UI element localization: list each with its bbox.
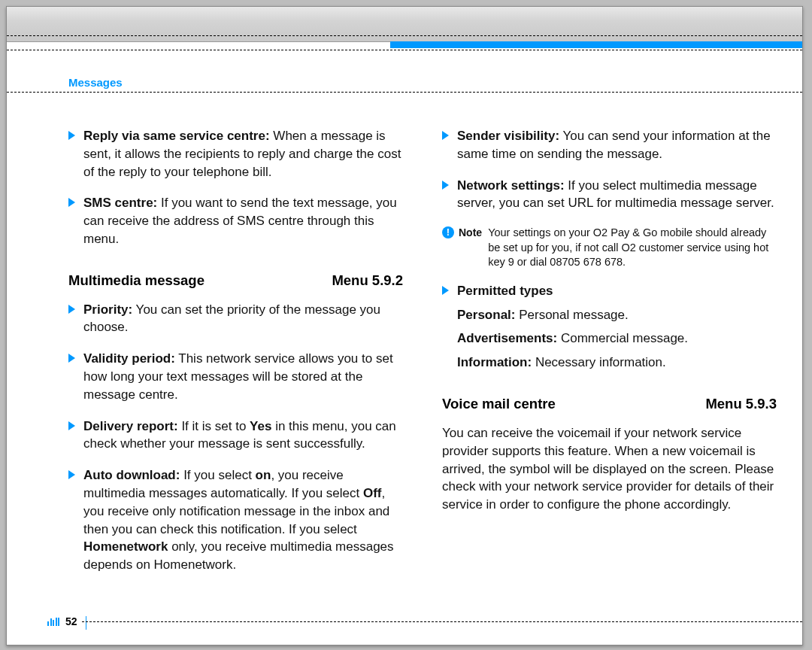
running-head: Messages — [68, 76, 123, 89]
bullet-title: Delivery report: — [83, 419, 178, 433]
left-column: Reply via same service centre: When a me… — [68, 127, 403, 600]
bullet-delivery-report: Delivery report: If it is set to Yes in … — [68, 418, 403, 454]
section-menu-ref: Menu 5.9.3 — [705, 394, 777, 414]
page-number-bars-icon — [47, 618, 59, 626]
bullet-title: Validity period: — [83, 351, 175, 366]
bullet-title: Permitted types — [457, 284, 553, 298]
top-gradient-bar — [7, 7, 802, 42]
bullet-reply-service-centre: Reply via same service centre: When a me… — [68, 127, 403, 181]
section-title: Multimedia message — [68, 271, 205, 290]
permitted-advertisements: Advertisements: Commercial message. — [442, 330, 777, 348]
dashed-divider-under-head — [7, 92, 802, 93]
dashed-divider-under-bar — [7, 50, 802, 50]
page-number-tick — [86, 616, 86, 630]
voicemail-paragraph: You can receive the voicemail if your ne… — [442, 424, 777, 514]
bullet-title: Network settings: — [457, 178, 565, 193]
manual-page: Messages Reply via same service centre: … — [6, 6, 803, 645]
bullet-title: Priority: — [83, 302, 132, 317]
bullet-title: Auto download: — [83, 468, 180, 482]
bullet-sender-visibility: Sender visibility: You can send your inf… — [442, 127, 777, 163]
dashed-divider-top — [7, 35, 802, 36]
section-multimedia-message: Multimedia message Menu 5.9.2 — [68, 271, 403, 290]
bullet-validity-period: Validity period: This network service al… — [68, 350, 403, 403]
note-block: ! Note Your settings on your O2 Pay & Go… — [442, 226, 777, 270]
section-voice-mail-centre: Voice mail centre Menu 5.9.3 — [442, 394, 777, 414]
section-menu-ref: Menu 5.9.2 — [332, 271, 403, 290]
bullet-sms-centre: SMS centre: If you want to send the text… — [68, 194, 403, 248]
content-columns: Reply via same service centre: When a me… — [68, 127, 777, 600]
section-title: Voice mail centre — [442, 394, 556, 414]
info-icon: ! — [442, 226, 454, 238]
bullet-permitted-types: Permitted types — [442, 282, 777, 300]
right-column: Sender visibility: You can send your inf… — [442, 127, 777, 600]
page-number: 52 — [47, 615, 77, 627]
bullet-auto-download: Auto download: If you select on, you rec… — [68, 466, 403, 574]
bullet-title: Reply via same service centre: — [83, 129, 270, 143]
bullet-network-settings: Network settings: If you select multimed… — [442, 177, 777, 213]
note-label: Note — [459, 226, 482, 241]
bullet-title: Sender visibility: — [457, 129, 559, 143]
dashed-divider-bottom — [82, 621, 802, 622]
note-text: Your settings on your O2 Pay & Go mobile… — [488, 226, 777, 270]
bullet-priority: Priority: You can set the priority of th… — [68, 301, 403, 337]
permitted-personal: Personal: Personal message. — [442, 306, 777, 324]
blue-accent-bar — [390, 41, 802, 48]
permitted-information: Information: Necessary information. — [442, 354, 777, 372]
page-number-value: 52 — [65, 615, 77, 627]
bullet-title: SMS centre: — [83, 196, 157, 210]
